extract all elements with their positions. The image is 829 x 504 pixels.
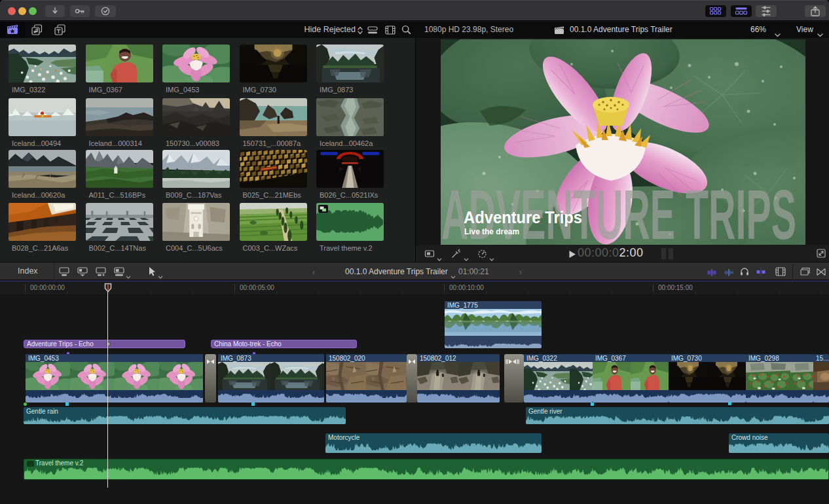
svg-text:Live the dream: Live the dream bbox=[464, 226, 519, 236]
svg-text:Adventure Trips: Adventure Trips bbox=[464, 208, 582, 226]
